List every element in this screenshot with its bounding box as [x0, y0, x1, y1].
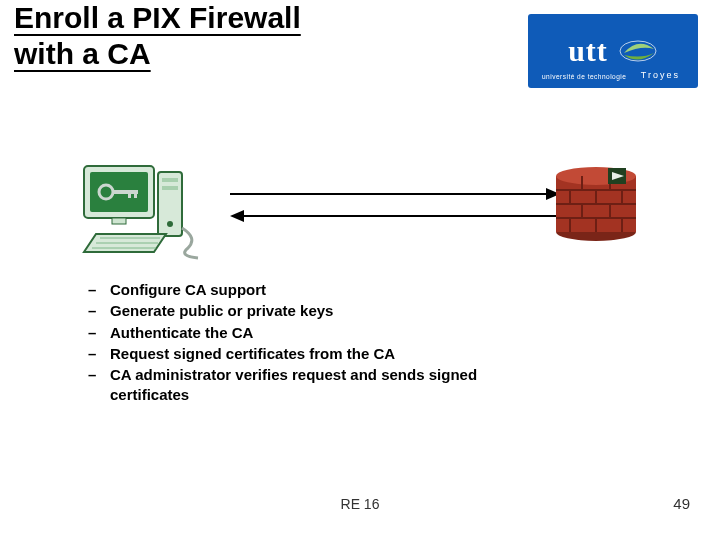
- svg-point-11: [167, 221, 173, 227]
- diagram: [80, 170, 640, 270]
- bullet-item: Configure CA support: [88, 280, 508, 300]
- header-stripe-blue: [0, 116, 720, 136]
- brick-firewall-icon: [552, 166, 640, 242]
- bullet-text: CA administrator verifies request and se…: [110, 366, 477, 403]
- utt-logo: utt université de technologie Troyes: [528, 14, 698, 88]
- footer-code: RE 16: [0, 496, 720, 512]
- svg-rect-6: [134, 190, 137, 198]
- bullet-item: CA administrator verifies request and se…: [88, 365, 508, 406]
- header-stripe-navy: [0, 102, 720, 116]
- bullet-list: Configure CA support Generate public or …: [88, 280, 508, 407]
- bullet-text: Generate public or private keys: [110, 302, 333, 319]
- slide-title: Enroll a PIX Firewall with a CA: [14, 0, 301, 72]
- arrow-left-icon: [230, 210, 560, 222]
- bullet-text: Request signed certificates from the CA: [110, 345, 395, 362]
- logo-city: Troyes: [641, 70, 680, 80]
- bullet-text: Configure CA support: [110, 281, 266, 298]
- logo-text: utt: [568, 34, 608, 68]
- arrow-head: [230, 210, 244, 222]
- svg-rect-9: [162, 178, 178, 182]
- bullet-item: Authenticate the CA: [88, 323, 508, 343]
- leaf-swoosh-icon: [618, 31, 658, 71]
- page-number: 49: [673, 495, 690, 512]
- bullet-item: Generate public or private keys: [88, 301, 508, 321]
- title-line-2: with a CA: [14, 37, 151, 70]
- title-line-1: Enroll a PIX Firewall: [14, 1, 301, 34]
- slide: Enroll a PIX Firewall with a CA utt univ…: [0, 0, 720, 540]
- bullet-item: Request signed certificates from the CA: [88, 344, 508, 364]
- logo-subtitle: université de technologie: [542, 73, 626, 80]
- bullet-text: Authenticate the CA: [110, 324, 253, 341]
- svg-rect-5: [128, 190, 131, 198]
- svg-rect-7: [112, 218, 126, 224]
- svg-rect-10: [162, 186, 178, 190]
- arrow-shaft: [230, 193, 546, 195]
- computer-with-key-icon: [80, 164, 200, 264]
- arrow-shaft: [244, 215, 560, 217]
- arrow-right-icon: [230, 188, 560, 200]
